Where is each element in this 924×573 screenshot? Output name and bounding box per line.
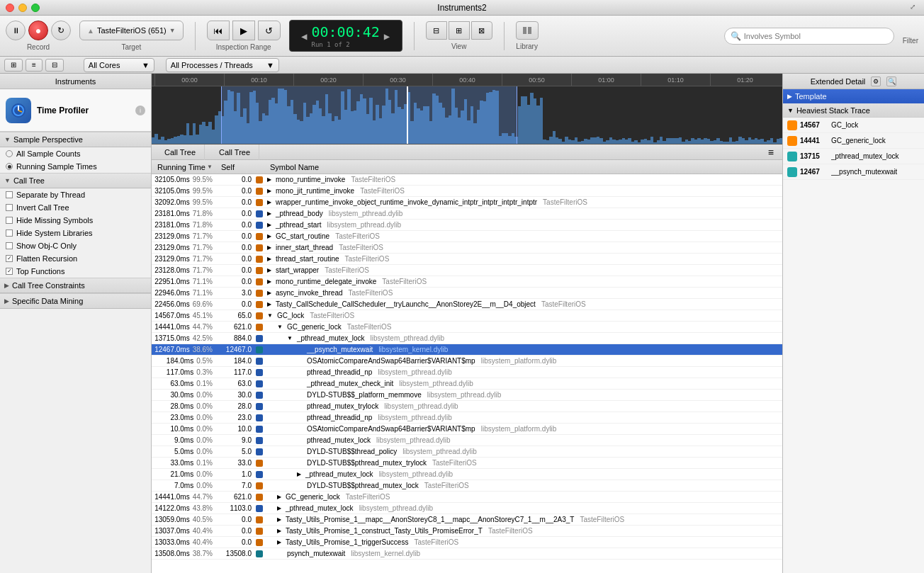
maximize-button[interactable] <box>31 4 40 12</box>
toolbar: ⏸ ● ↻ Record ▲ TasteFilteriOS (651) ▼ Ta… <box>0 16 924 57</box>
playhead <box>407 86 408 144</box>
table-row[interactable]: 23129.0ms 71.7% 0.0 ▶ thread_start_routi… <box>152 254 782 265</box>
transport-back[interactable]: ⏮ <box>207 21 230 40</box>
row-icon <box>256 312 263 319</box>
table-row[interactable]: 184.0ms 0.5% 184.0 OSAtomicCompareAndSwa… <box>152 356 782 367</box>
table-row[interactable]: 23181.0ms 71.8% 0.0 ▶ _pthread_body libs… <box>152 208 782 220</box>
table-row[interactable]: 7.0ms 0.0% 7.0 DYLD-STUB$$pthread_mutex_… <box>152 480 782 492</box>
option-top-functions[interactable]: Top Functions <box>0 265 151 278</box>
table-row[interactable]: 12467.0ms 38.6% 12467.0 __psynch_mutexwa… <box>152 344 782 356</box>
table-row[interactable]: 63.0ms 0.1% 63.0 _pthread_mutex_check_in… <box>152 378 782 390</box>
option-running-sample-times[interactable]: Running Sample Times <box>0 160 151 173</box>
settings-button[interactable]: ⚙ <box>871 76 881 86</box>
table-row[interactable]: 14441.0ms 44.7% 621.0 ▼ GC_generic_lock … <box>152 322 782 333</box>
view-seg-3[interactable]: ⊟ <box>45 59 64 72</box>
timeline-selection[interactable] <box>221 86 517 144</box>
option-all-sample-counts[interactable]: All Sample Counts <box>0 147 151 160</box>
stack-row[interactable]: 14567 GC_lock <box>783 118 924 133</box>
symbol-name: Tasty_CallSchedule_CallScheduler__tryLau… <box>276 300 536 308</box>
refresh-button[interactable]: ↻ <box>51 21 71 40</box>
transport-play[interactable]: ▶ <box>232 21 255 40</box>
table-row[interactable]: 13033.0ms 40.4% 0.0 ▶ Tasty_Utils_Promis… <box>152 537 782 548</box>
option-show-objc[interactable]: Show Obj-C Only <box>0 239 151 252</box>
stack-row[interactable]: 14441 GC_generic_lock <box>783 133 924 149</box>
col-running-time[interactable]: Running Time ▼ <box>154 163 218 171</box>
tab-call-tree-2[interactable]: Call Tree <box>210 144 259 160</box>
section-call-tree[interactable]: ▼ Call Tree <box>0 173 151 188</box>
stack-trace-label: Heaviest Stack Trace <box>796 106 870 115</box>
lib-name: TasteFilteriOS <box>382 278 427 285</box>
filter-search[interactable]: 🔍 <box>724 28 894 45</box>
stack-row[interactable]: 12467 __psynch_mutexwait <box>783 164 924 180</box>
table-row[interactable]: 23129.0ms 71.7% 0.0 ▶ inner_start_thread… <box>152 242 782 254</box>
instrument-row[interactable]: Time Profiler i <box>0 89 151 132</box>
pause-button[interactable]: ⏸ <box>6 21 26 40</box>
row-icon <box>256 392 263 399</box>
search-input[interactable] <box>744 32 888 40</box>
table-row[interactable]: 32105.0ms 99.5% 0.0 ▶ mono_jit_runtime_i… <box>152 186 782 197</box>
table-row[interactable]: 30.0ms 0.0% 30.0 DYLD-STUB$$_platform_me… <box>152 390 782 401</box>
library-button[interactable] <box>516 21 539 40</box>
table-row[interactable]: 13059.0ms 40.5% 0.0 ▶ Tasty_Utils_Promis… <box>152 514 782 526</box>
table-row[interactable]: 14441.0ms 44.7% 621.0 ▶ GC_generic_lock … <box>152 492 782 503</box>
option-hide-missing[interactable]: Hide Missing Symbols <box>0 214 151 227</box>
record-button[interactable]: ● <box>28 21 48 40</box>
table-row[interactable]: 117.0ms 0.3% 117.0 pthread_threadid_np l… <box>152 367 782 378</box>
table-row[interactable]: 10.0ms 0.0% 10.0 OSAtomicCompareAndSwap6… <box>152 424 782 435</box>
section-call-tree-constraints[interactable]: ▶ Call Tree Constraints <box>0 278 151 293</box>
option-separate-by-thread[interactable]: Separate by Thread <box>0 188 151 201</box>
table-row[interactable]: 32092.0ms 99.5% 0.0 ▶ wrapper_runtime_in… <box>152 197 782 208</box>
table-row[interactable]: 22951.0ms 71.1% 0.0 ▶ mono_runtime_deleg… <box>152 276 782 288</box>
table-row[interactable]: 23181.0ms 71.8% 0.0 ▶ _pthread_start lib… <box>152 220 782 231</box>
minimize-button[interactable] <box>18 4 27 12</box>
table-row[interactable]: 13715.0ms 42.5% 884.0 ▼ _pthread_mutex_l… <box>152 333 782 344</box>
section-sample-perspective[interactable]: ▼ Sample Perspective <box>0 132 151 147</box>
table-row[interactable]: 33.0ms 0.1% 33.0 DYLD-STUB$$pthread_mute… <box>152 458 782 469</box>
table-row[interactable]: 28.0ms 0.0% 28.0 pthread_mutex_trylock l… <box>152 401 782 412</box>
col-self[interactable]: Self <box>218 163 257 171</box>
table-row[interactable]: 23129.0ms 71.7% 0.0 ▶ GC_start_routine T… <box>152 231 782 242</box>
table-row[interactable]: 14122.0ms 43.8% 1103.0 ▶ _pthread_mutex_… <box>152 503 782 514</box>
table-row[interactable]: 32105.0ms 99.5% 0.0 ▶ mono_runtime_invok… <box>152 174 782 186</box>
transport-loop[interactable]: ↺ <box>258 21 281 40</box>
option-flatten-recursion[interactable]: Flatten Recursion <box>0 252 151 265</box>
cell-symbol: ▶ wrapper_runtime_invoke_object_runtime_… <box>264 198 782 206</box>
table-row[interactable]: 14567.0ms 45.1% 65.0 ▼ GC_lock TasteFilt… <box>152 310 782 322</box>
table-row[interactable]: 9.0ms 0.0% 9.0 pthread_mutex_lock libsys… <box>152 435 782 446</box>
stack-count: 14441 <box>800 137 828 144</box>
view-seg-2[interactable]: ≡ <box>26 59 43 72</box>
target-button[interactable]: ▲ TasteFilteriOS (651) ▼ <box>79 21 184 40</box>
section-specific-data-mining[interactable]: ▶ Specific Data Mining <box>0 293 151 309</box>
table-body[interactable]: 32105.0ms 99.5% 0.0 ▶ mono_runtime_invok… <box>152 174 782 573</box>
symbol-name: inner_start_thread <box>276 244 333 251</box>
view-seg-1[interactable]: ⊞ <box>4 59 23 72</box>
close-button[interactable] <box>6 4 14 12</box>
extended-detail-label: Extended Detail <box>811 77 866 86</box>
resize-icon[interactable]: ⤢ <box>910 3 920 13</box>
panel-options-button[interactable]: ≡ <box>764 147 778 158</box>
view-btn-1[interactable]: ⊟ <box>426 21 447 40</box>
tab-call-tree-1[interactable]: Call Tree <box>156 144 205 160</box>
view-btn-2[interactable]: ⊞ <box>449 21 470 40</box>
table-row[interactable]: 21.0ms 0.0% 1.0 ▶ _pthread_mutex_lock li… <box>152 469 782 480</box>
table-row[interactable]: 23128.0ms 71.7% 0.0 ▶ start_wrapper Tast… <box>152 265 782 276</box>
option-invert-call-tree[interactable]: Invert Call Tree <box>0 201 151 214</box>
view-btn-3[interactable]: ⊠ <box>471 21 492 40</box>
cell-symbol: ▶ _pthread_body libsystem_pthread.dylib <box>264 210 782 217</box>
processes-dropdown[interactable]: All Processes / Threads ▼ <box>166 58 279 72</box>
option-hide-system[interactable]: Hide System Libraries <box>0 227 151 239</box>
table-row[interactable]: 13037.0ms 40.4% 0.0 ▶ Tasty_Utils_Promis… <box>152 526 782 537</box>
search-right-button[interactable]: 🔍 <box>886 76 896 86</box>
col-symbol[interactable]: Symbol Name <box>267 163 779 171</box>
table-row[interactable]: 13508.0ms 38.7% 13508.0 psynch_mutexwait… <box>152 548 782 560</box>
window-controls[interactable] <box>6 4 40 12</box>
table-row[interactable]: 23.0ms 0.0% 23.0 pthread_threadid_np lib… <box>152 412 782 424</box>
table-row[interactable]: 22456.0ms 69.6% 0.0 ▶ Tasty_CallSchedule… <box>152 299 782 310</box>
instrument-info-button[interactable]: i <box>135 106 145 115</box>
table-row[interactable]: 5.0ms 0.0% 5.0 DYLD-STUB$$thread_policy … <box>152 446 782 458</box>
timeline-content[interactable] <box>152 86 782 144</box>
cores-dropdown[interactable]: All Cores ▼ <box>84 58 154 72</box>
table-row[interactable]: 22946.0ms 71.1% 3.0 ▶ async_invoke_threa… <box>152 288 782 299</box>
cell-symbol: ▶ mono_runtime_invoke TasteFilteriOS <box>264 176 782 183</box>
stack-row[interactable]: 13715 _pthread_mutex_lock <box>783 149 924 164</box>
